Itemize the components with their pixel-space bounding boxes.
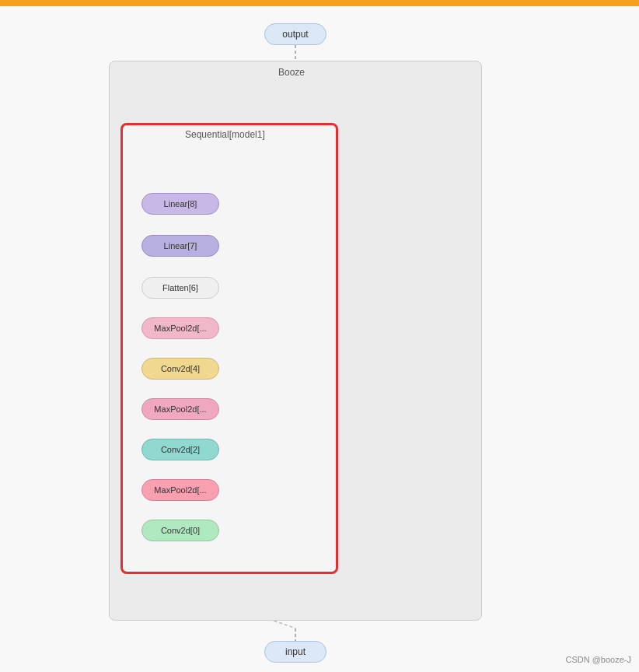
output-label: output [282,29,308,40]
input-label: input [285,646,306,657]
layer-linear8[interactable]: Linear[8] [141,193,219,215]
sequential-container [120,123,338,574]
layer-linear7[interactable]: Linear[7] [141,235,219,257]
layer-maxpool3[interactable]: MaxPool2d[... [141,398,219,420]
layer-flatten6[interactable]: Flatten[6] [141,277,219,299]
layer-conv2[interactable]: Conv2d[2] [141,439,219,460]
watermark: CSDN @booze-J [565,655,631,664]
layer-conv0[interactable]: Conv2d[0] [141,520,219,541]
layer-maxpool5[interactable]: MaxPool2d[... [141,317,219,339]
layer-conv4[interactable]: Conv2d[4] [141,358,219,380]
sequential-label: Sequential[model1] [185,129,265,140]
input-node: input [264,641,326,663]
top-bar [0,0,639,6]
diagram-area: output Booze Sequential[model1] Linear[8… [0,6,639,672]
layer-maxpool1[interactable]: MaxPool2d[... [141,479,219,501]
output-node: output [264,23,326,45]
booze-label: Booze [278,67,305,78]
